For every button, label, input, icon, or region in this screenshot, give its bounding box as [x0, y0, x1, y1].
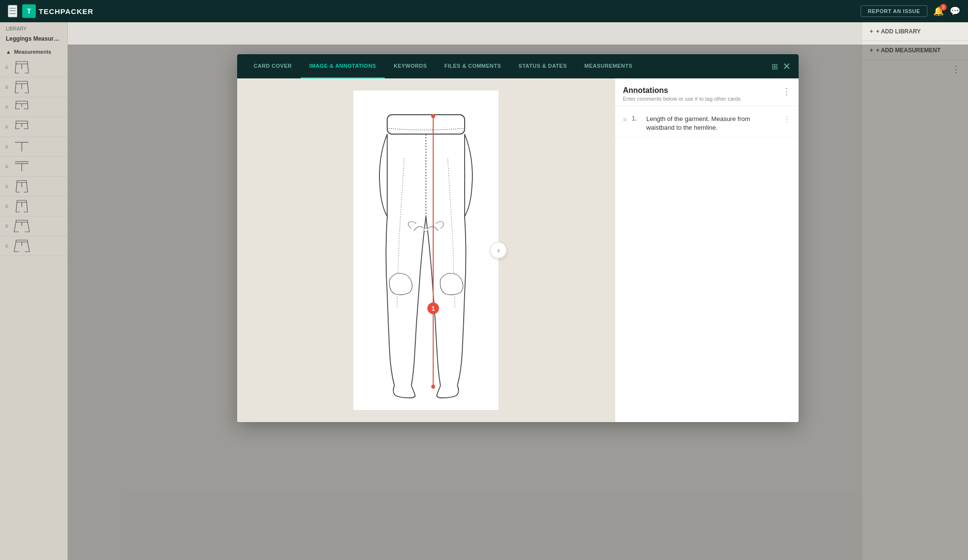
sidebar-item-4[interactable]: ≡ [0, 117, 67, 137]
sidebar-item-1[interactable]: ≡ [0, 58, 67, 77]
annotations-menu-button[interactable]: ⋮ [782, 86, 791, 97]
drag-handle-icon: ≡ [5, 84, 8, 91]
annotations-title: Annotations [623, 86, 741, 95]
chat-button[interactable]: 💬 [950, 6, 960, 16]
tab-status-dates[interactable]: STATUS & DATES [510, 54, 575, 78]
svg-rect-13 [387, 115, 465, 134]
notifications-button[interactable]: 🔔 3 [933, 6, 944, 16]
svg-rect-11 [16, 220, 28, 222]
drag-handle-icon: ≡ [5, 203, 8, 210]
main-layout: Library Leggings Measurement ▲ Measureme… [0, 22, 968, 560]
add-library-button[interactable]: + + ADD LIBRARY [870, 28, 921, 35]
sidebar-section-title: ▲ Measurements [0, 46, 67, 58]
annotations-header-text: Annotations Enter comments below or use … [623, 86, 741, 102]
background-area: CARD COVER IMAGE & ANNOTATIONS KEYWORDS … [68, 22, 968, 560]
modal-dialog: CARD COVER IMAGE & ANNOTATIONS KEYWORDS … [237, 54, 799, 422]
annotation-text-1: Length of the garment. Measure from wais… [646, 115, 778, 132]
drag-handle-icon: ≡ [5, 104, 8, 110]
drag-handle-icon: ≡ [5, 143, 8, 150]
sidebar-item-8[interactable]: ≡ [0, 197, 67, 216]
annotation-number-1: 1. [632, 115, 641, 122]
brand-name: TECHPACKER [39, 7, 93, 15]
svg-point-18 [431, 114, 435, 118]
t-shape-icon-1 [12, 140, 31, 153]
annotation-menu-button-1[interactable]: ⋮ [783, 115, 791, 124]
modal-overlay: CARD COVER IMAGE & ANNOTATIONS KEYWORDS … [68, 45, 968, 560]
triangle-icon: ▲ [6, 49, 11, 55]
svg-rect-3 [16, 121, 28, 123]
leggings-icon-1 [12, 61, 31, 74]
modal-tabs: CARD COVER IMAGE & ANNOTATIONS KEYWORDS … [237, 54, 799, 78]
shorts-icon-1 [12, 100, 31, 114]
pants-icon-2 [12, 199, 31, 213]
tab-files-comments[interactable]: FILES & COMMENTS [436, 54, 510, 78]
report-issue-button[interactable]: REPORT AN ISSUE [861, 5, 927, 17]
sidebar-item-3[interactable]: ≡ [0, 97, 67, 117]
tab-card-cover[interactable]: CARD COVER [245, 54, 301, 78]
right-sidebar-header: + + ADD LIBRARY [862, 22, 968, 41]
svg-rect-12 [16, 240, 28, 242]
tab-measurements[interactable]: MEASUREMENTS [575, 54, 641, 78]
nav-right: REPORT AN ISSUE 🔔 3 💬 [861, 5, 960, 17]
logo-container: T TECHPACKER [22, 4, 93, 18]
sidebar-item-9[interactable]: ≡ [0, 216, 67, 236]
drag-handle-icon: ≡ [5, 242, 8, 249]
close-button[interactable]: ✕ [783, 61, 791, 72]
leggings-icon-2 [12, 80, 31, 94]
logo-icon: T [22, 4, 36, 18]
svg-point-14 [424, 228, 428, 232]
sidebar-item-2[interactable]: ≡ [0, 77, 67, 97]
drag-handle-icon: ≡ [5, 123, 8, 130]
sidebar-item-6[interactable]: ≡ [0, 157, 67, 177]
svg-text:1: 1 [431, 305, 435, 312]
sidebar-item-10[interactable]: ≡ [0, 236, 67, 256]
annotations-subtitle: Enter comments below or use # to tag oth… [623, 96, 741, 102]
tab-image-annotations[interactable]: IMAGE & ANNOTATIONS [301, 54, 385, 78]
svg-rect-2 [16, 101, 28, 104]
annotations-panel: Annotations Enter comments below or use … [615, 78, 799, 422]
top-nav-bar: ☰ T TECHPACKER REPORT AN ISSUE 🔔 3 💬 [0, 0, 968, 22]
nav-left: ☰ T TECHPACKER [8, 4, 93, 18]
modal-tab-actions: ⊞ ✕ [771, 61, 791, 72]
svg-rect-9 [17, 181, 27, 182]
annotations-body: ≡ 1. Length of the garment. Measure from… [615, 106, 799, 422]
sidebar-item-5[interactable]: ≡ [0, 137, 67, 157]
logo-letter: T [27, 7, 31, 15]
modal-body: 1 › [237, 78, 799, 422]
sidebar-breadcrumb: Library [0, 22, 67, 33]
annotation-drag-handle: ≡ [623, 116, 627, 123]
image-container: 1 › [353, 91, 499, 410]
sidebar-title: Leggings Measurement [0, 33, 67, 46]
drag-handle-icon: ≡ [5, 223, 8, 229]
wide-pants-icon-2 [12, 239, 31, 253]
chevron-right-button[interactable]: › [490, 242, 507, 258]
shorts-icon-2 [12, 120, 31, 134]
hamburger-menu-button[interactable]: ☰ [8, 5, 17, 17]
plus-icon: + [870, 28, 873, 35]
drag-handle-icon: ≡ [5, 183, 8, 190]
expand-icon[interactable]: ⊞ [771, 62, 778, 71]
leggings-sketch: 1 [363, 100, 489, 400]
image-area: 1 › [237, 78, 615, 422]
pants-icon-1 [12, 180, 31, 193]
svg-point-19 [431, 385, 435, 389]
annotations-header: Annotations Enter comments below or use … [615, 78, 799, 106]
svg-rect-1 [16, 81, 28, 84]
annotation-item-1: ≡ 1. Length of the garment. Measure from… [615, 110, 799, 137]
svg-rect-0 [16, 61, 28, 64]
sidebar-item-7[interactable]: ≡ [0, 177, 67, 197]
svg-rect-10 [17, 200, 27, 202]
notification-badge: 3 [940, 4, 947, 11]
t-shape-icon-2 [12, 160, 31, 173]
wide-pants-icon-1 [12, 219, 31, 233]
left-sidebar: Library Leggings Measurement ▲ Measureme… [0, 22, 68, 560]
drag-handle-icon: ≡ [5, 64, 8, 71]
drag-handle-icon: ≡ [5, 163, 8, 170]
tab-keywords[interactable]: KEYWORDS [385, 54, 436, 78]
